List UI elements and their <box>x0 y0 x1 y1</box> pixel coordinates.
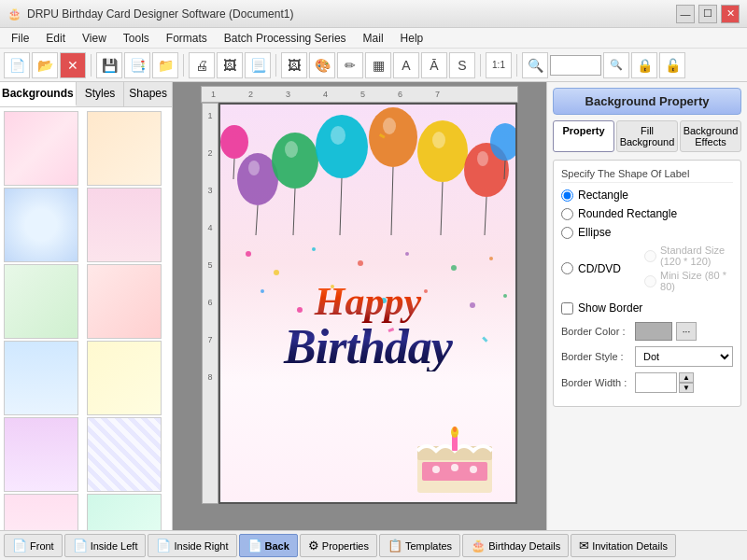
tab-invitation-details[interactable]: ✉ Invitation Details <box>571 534 676 557</box>
open-folder-button[interactable]: 📂 <box>32 52 58 78</box>
background-thumb-9[interactable] <box>4 417 78 492</box>
menu-tools[interactable]: Tools <box>116 30 157 47</box>
background-thumb-3[interactable] <box>4 188 78 262</box>
rounded-rectangle-radio[interactable] <box>561 208 573 220</box>
tab-backgrounds[interactable]: Backgrounds <box>0 82 77 106</box>
open-button[interactable]: 📁 <box>152 52 178 78</box>
titlebar-title: 🎂 DRPU Birthday Card Designer Software (… <box>7 7 293 21</box>
background-thumb-5[interactable] <box>4 264 78 339</box>
ruler-top: 1 2 3 4 5 6 7 <box>201 86 518 103</box>
image-button[interactable]: 🖼 <box>281 52 307 78</box>
svg-line-11 <box>485 197 486 235</box>
tab-inside-left[interactable]: 📄 Inside Left <box>64 534 147 557</box>
rounded-rectangle-label[interactable]: Rounded Rectangle <box>578 207 677 220</box>
ratio-button[interactable]: 1:1 <box>486 52 512 78</box>
cddvd-sub-options: Standard Size (120 * 120) Mini Size (80 … <box>644 245 733 292</box>
background-thumb-10[interactable] <box>87 417 162 492</box>
border-color-swatch[interactable] <box>635 322 672 341</box>
tab-templates[interactable]: 📋 Templates <box>379 534 460 557</box>
wave-text-button[interactable]: S <box>449 52 475 78</box>
standard-size-radio[interactable] <box>644 250 656 262</box>
svg-line-5 <box>340 178 342 235</box>
pen-button[interactable]: ✏ <box>337 52 363 78</box>
new-button[interactable]: 📄 <box>4 52 30 78</box>
maximize-button[interactable]: ☐ <box>698 5 717 23</box>
print-button[interactable]: 🖨 <box>189 52 215 78</box>
background-thumb-12[interactable] <box>87 494 162 530</box>
rounded-rectangle-row: Rounded Rectangle <box>561 207 733 220</box>
text-button[interactable]: A <box>393 52 419 78</box>
section-title: Specify The Shape Of Label <box>561 168 733 183</box>
tab-property[interactable]: Property <box>553 120 614 152</box>
property-panel: Specify The Shape Of Label Rectangle Rou… <box>553 160 741 407</box>
border-width-row: Border Width : 1 ▲ ▼ <box>561 372 733 393</box>
zoom-input[interactable]: 100% <box>550 55 601 76</box>
menu-help[interactable]: Help <box>393 30 431 47</box>
design-canvas[interactable]: Happy Birthday <box>218 103 517 504</box>
spin-down-button[interactable]: ▼ <box>679 383 694 393</box>
color-button[interactable]: 🎨 <box>309 52 335 78</box>
titlebar-controls: — ☐ ✕ <box>676 5 740 23</box>
background-thumb-4[interactable] <box>87 188 162 262</box>
menu-edit[interactable]: Edit <box>38 30 73 47</box>
tab-styles[interactable]: Styles <box>77 82 125 106</box>
border-style-select[interactable]: Solid Dot Dash DashDot DashDotDot <box>635 346 733 367</box>
background-thumb-1[interactable] <box>4 111 78 186</box>
zoom-in-button[interactable]: 🔍 <box>522 52 548 78</box>
menu-file[interactable]: File <box>4 30 36 47</box>
close-button-tb[interactable]: ✕ <box>60 52 86 78</box>
tab-properties[interactable]: ⚙ Properties <box>300 534 377 557</box>
tab-front[interactable]: 📄 Front <box>4 534 63 557</box>
unlock-button[interactable]: 🔓 <box>659 52 685 78</box>
border-color-picker-button[interactable]: ··· <box>676 322 697 341</box>
svg-point-20 <box>432 132 445 148</box>
text2-button[interactable]: Ā <box>421 52 447 78</box>
tab-birthday-details[interactable]: 🎂 Birthday Details <box>462 534 569 557</box>
app-icon: 🎂 <box>7 7 21 21</box>
spin-up-button[interactable]: ▲ <box>679 372 694 383</box>
ellipse-radio[interactable] <box>561 227 573 239</box>
tab-back[interactable]: 📄 Back <box>239 534 298 557</box>
cddvd-label[interactable]: CD/DVD <box>578 262 621 275</box>
save-button[interactable]: 💾 <box>96 52 122 78</box>
background-thumb-8[interactable] <box>87 341 162 415</box>
background-thumb-2[interactable] <box>87 111 162 186</box>
background-thumb-7[interactable] <box>4 341 78 415</box>
tab-background-effects[interactable]: Background Effects <box>680 120 741 152</box>
save-as-button[interactable]: 📑 <box>124 52 150 78</box>
menu-mail[interactable]: Mail <box>356 30 391 47</box>
show-border-checkbox[interactable] <box>561 302 573 315</box>
svg-line-1 <box>256 205 258 235</box>
tab-shapes[interactable]: Shapes <box>124 82 172 106</box>
menu-view[interactable]: View <box>75 30 114 47</box>
close-button[interactable]: ✕ <box>721 5 740 23</box>
inside-left-icon: 📄 <box>73 539 88 553</box>
print-preview-button[interactable]: 🖼 <box>217 52 243 78</box>
right-tabs: Property Fill Background Background Effe… <box>553 120 741 152</box>
svg-point-43 <box>451 464 458 471</box>
menu-formats[interactable]: Formats <box>159 30 215 47</box>
page-setup-button[interactable]: 📃 <box>245 52 271 78</box>
tab-inside-right[interactable]: 📄 Inside Right <box>148 534 236 557</box>
show-border-row: Show Border <box>561 301 733 315</box>
lock-button[interactable]: 🔒 <box>631 52 657 78</box>
birthday-details-icon: 🎂 <box>471 539 486 553</box>
zoom-out-button[interactable]: 🔍 <box>603 52 629 78</box>
menu-batch[interactable]: Batch Processing Series <box>217 30 354 47</box>
border-width-input[interactable]: 1 <box>635 372 677 393</box>
balloons-svg <box>220 105 517 301</box>
cddvd-radio[interactable] <box>561 262 573 274</box>
mini-size-radio[interactable] <box>644 275 656 287</box>
toolbar: 📄 📂 ✕ 💾 📑 📁 🖨 🖼 📃 🖼 🎨 ✏ ▦ A Ā S 1:1 🔍 10… <box>0 49 747 82</box>
barcode-button[interactable]: ▦ <box>365 52 391 78</box>
rectangle-label[interactable]: Rectangle <box>578 189 628 202</box>
background-thumb-11[interactable] <box>4 494 78 530</box>
svg-point-19 <box>383 118 396 134</box>
rectangle-radio[interactable] <box>561 189 573 202</box>
tab-fill-background[interactable]: Fill Background <box>616 120 678 152</box>
ellipse-label[interactable]: Ellipse <box>578 226 611 239</box>
minimize-button[interactable]: — <box>676 5 695 23</box>
bg-property-title: Background Property <box>553 88 741 115</box>
background-thumb-6[interactable] <box>87 264 162 339</box>
inside-right-label: Inside Right <box>174 540 228 552</box>
